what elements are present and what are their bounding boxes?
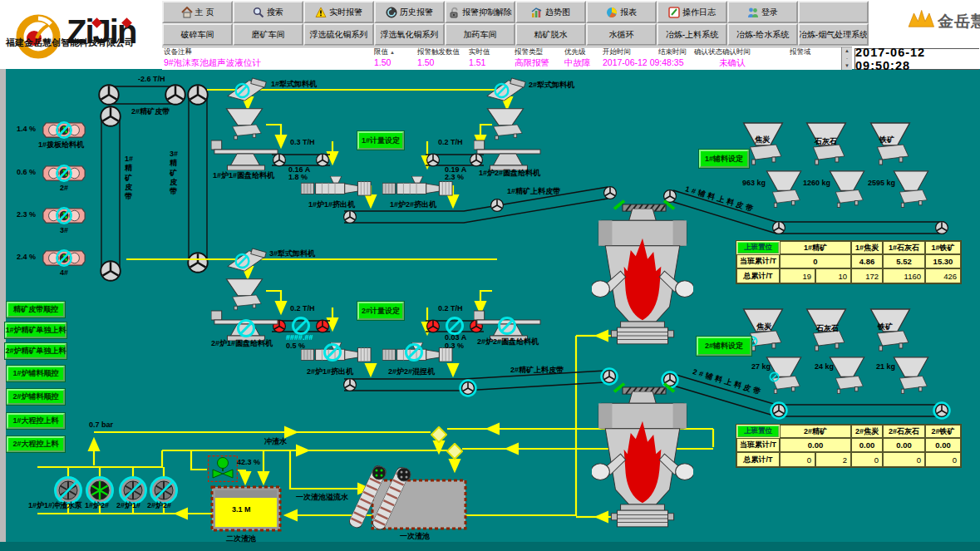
alarm-col-limit[interactable]: 限值▲: [372, 47, 416, 57]
btn-aux2-setting[interactable]: 2#辅料设定: [697, 337, 751, 356]
meter2-conveyor-1[interactable]: [272, 318, 330, 334]
meter1-conveyor-2[interactable]: [426, 154, 484, 166]
btn-furnace1-batch-feed[interactable]: 1#大程控上料: [7, 413, 65, 429]
disc-feeder-1-2[interactable]: [474, 140, 540, 170]
nav-water-cycle[interactable]: 水循环: [586, 23, 657, 46]
nav-smelt-feeding-label: 冶炼-上料系统: [666, 29, 718, 41]
aux2-hoppers[interactable]: [744, 309, 928, 393]
alarm-col-actual[interactable]: 实时值: [467, 47, 513, 57]
nav-concentrate-dewatering[interactable]: 精矿脱水: [515, 23, 586, 46]
nav-crushing-shop-label: 破碎车间: [181, 29, 214, 41]
plate-feeder-3[interactable]: [43, 208, 85, 223]
btn-aux1-setting[interactable]: 1#辅料设定: [699, 150, 749, 168]
report-icon: [606, 7, 618, 18]
nav-report-label: 报表: [620, 7, 637, 18]
alarm-col-priority[interactable]: 优先级: [563, 47, 601, 57]
aux1-hoppers[interactable]: [744, 123, 928, 207]
nav-flotation-sulfide-label: 浮选硫化铜系列: [310, 29, 368, 41]
scroll-thumb[interactable]: -: [842, 55, 852, 62]
concentrate-belt-1[interactable]: [101, 106, 121, 281]
btn-furnace1-aux-seq[interactable]: 1#炉辅料顺控: [7, 366, 65, 381]
nav-home[interactable]: 主 页: [162, 1, 233, 23]
alarm-scrollbar[interactable]: ▲ - ▼: [841, 47, 852, 70]
alarm-col-type[interactable]: 报警类型: [513, 47, 563, 57]
log-icon: [668, 7, 680, 18]
flush-water-valve[interactable]: [209, 456, 238, 482]
plate-feeder-4[interactable]: [43, 250, 85, 265]
realtime-alarm-icon: [315, 7, 327, 18]
company-full-name: 福建金岳慧创智能科技有限公司: [6, 37, 134, 49]
hopper-meter1-2[interactable]: [487, 109, 523, 140]
nav-grinding-shop[interactable]: 磨矿车间: [233, 23, 303, 46]
slag-pump-4[interactable]: [151, 478, 177, 504]
concentrate-belt-3[interactable]: [188, 85, 208, 273]
concentrate-belt-2[interactable]: [99, 85, 185, 105]
hopper-meter1-1[interactable]: [226, 109, 262, 140]
alarm-panel: 设备注释 限值▲ 报警触发数值 实时值 报警类型 优先级 开始时间 结束时间 确…: [162, 47, 852, 70]
slag-pump-2[interactable]: [87, 478, 113, 504]
btn-furnace2-ore-single[interactable]: 2#炉精矿单独上料: [5, 343, 66, 359]
hopper-meter2-1[interactable]: [226, 279, 262, 310]
meter1-conveyor-1[interactable]: [272, 154, 330, 166]
nav-crushing-shop[interactable]: 破碎车间: [162, 23, 233, 46]
shift-reset-button[interactable]: 上班置位: [737, 426, 779, 437]
scroll-down-icon[interactable]: ▼: [842, 62, 852, 70]
btn-furnace2-aux-seq[interactable]: 2#炉辅料顺控: [7, 389, 65, 405]
nav-dosing-shop[interactable]: 加药车间: [445, 23, 515, 46]
alarm-actual: 1.51: [467, 57, 513, 70]
alarm-domain: [788, 57, 802, 70]
nav-smelt-feeding[interactable]: 冶炼-上料系统: [657, 23, 727, 46]
trend-icon: [531, 7, 543, 18]
alarm-col-device[interactable]: 设备注释: [162, 47, 372, 57]
alarm-col-trigger[interactable]: 报警触发数值: [416, 47, 467, 57]
slag-elevator-wheel-2: [397, 468, 411, 481]
secondary-slag-pool[interactable]: [212, 487, 280, 530]
alarm-col-start[interactable]: 开始时间: [601, 47, 657, 57]
nav-home-label: 主 页: [195, 7, 214, 18]
nav-report[interactable]: 报表: [586, 1, 657, 23]
btn-furnace2-batch-feed[interactable]: 2#大程控上料: [7, 436, 65, 452]
nav-operation-log[interactable]: 操作日志: [657, 1, 727, 23]
nav-realtime-alarm[interactable]: 实时报警: [303, 1, 374, 23]
nav-alarm-suppress-release[interactable]: 报警抑制解除: [445, 1, 515, 23]
alarm-end: [657, 57, 692, 70]
shift-reset-button[interactable]: 上班置位: [737, 242, 779, 253]
nav-operation-log-label: 操作日志: [682, 7, 716, 18]
login-icon: [747, 7, 759, 18]
nav-smelt-water[interactable]: 冶炼-给水系统: [727, 23, 798, 46]
btn-meter1-setting[interactable]: 1#计量设定: [357, 131, 404, 150]
alarm-col-ackstate[interactable]: 确认状态: [692, 47, 721, 57]
alarm-col-end[interactable]: 结束时间: [657, 47, 692, 57]
alarm-header-row: 设备注释 限值▲ 报警触发数值 实时值 报警类型 优先级 开始时间 结束时间 确…: [162, 47, 852, 57]
alarm-priority: 中故障: [563, 57, 601, 70]
btn-meter2-setting[interactable]: 2#计量设定: [357, 302, 404, 320]
furnace-2[interactable]: [591, 391, 694, 527]
btn-furnace1-ore-single[interactable]: 1#炉精矿单独上料: [5, 322, 66, 338]
plate-feeder-1[interactable]: [43, 122, 85, 137]
btn-concentrate-belt-seq[interactable]: 精矿皮带顺控: [7, 302, 65, 317]
plate-feeder-2[interactable]: [43, 165, 85, 180]
nav-concentrate-dewatering-label: 精矿脱水: [534, 29, 568, 41]
furnace-1[interactable]: [591, 209, 694, 344]
nav-history-alarm[interactable]: 历史报警: [374, 1, 445, 23]
nav-trend[interactable]: 趋势图: [515, 1, 586, 23]
main-menu: 主 页 搜索 实时报警 历史报警 报警抑制解除 趋势图: [162, 1, 869, 46]
disc-feeder-1-1[interactable]: [211, 140, 278, 170]
nav-smelt-water-label: 冶炼-给水系统: [736, 29, 789, 41]
nav-flotation-sulfide[interactable]: 浮选硫化铜系列: [303, 23, 374, 46]
extruder-1-1[interactable]: [301, 176, 371, 195]
nav-login[interactable]: 登录: [727, 1, 798, 23]
nav-trend-label: 趋势图: [545, 7, 570, 18]
primary-slag-pool[interactable]: [347, 464, 465, 531]
extruder-1-2[interactable]: [382, 176, 452, 195]
slag-pump-3[interactable]: [121, 478, 146, 504]
scada-screen: ZiJin 主 页 搜索 实时报警 历史报警 报警抑制: [0, 0, 980, 551]
crown-icon: [907, 5, 935, 33]
alarm-col-domain[interactable]: 报警域: [788, 47, 802, 57]
scroll-up-icon[interactable]: ▲: [842, 47, 852, 55]
slag-pump-1[interactable]: [56, 478, 81, 504]
alarm-col-acktime[interactable]: 确认时间: [721, 47, 788, 57]
alarm-row[interactable]: 9#泡沫泵池超声波液位计 1.50 1.50 1.51 高限报警 中故障 201…: [162, 57, 852, 70]
nav-flotation-oxide[interactable]: 浮选氧化铜系列: [374, 23, 445, 46]
nav-search[interactable]: 搜索: [233, 1, 303, 23]
